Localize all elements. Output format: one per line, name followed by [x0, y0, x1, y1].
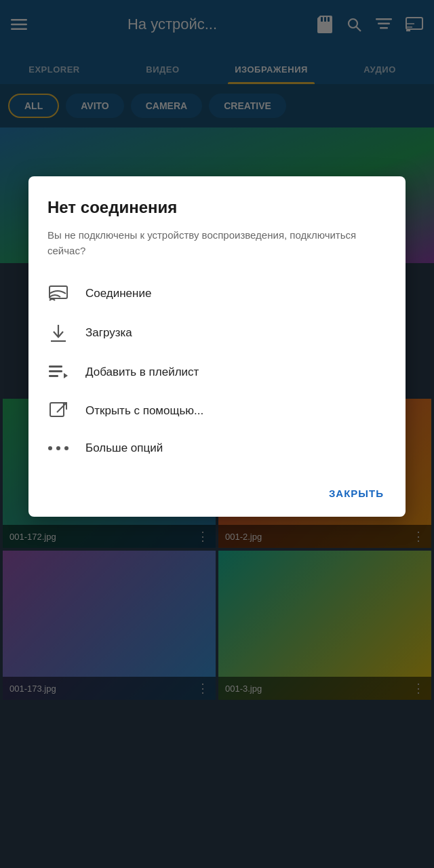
playlist-menu-icon [47, 364, 69, 380]
menu-item-open-with[interactable]: Открыть с помощью... [47, 391, 387, 431]
menu-label-more: Больше опций [85, 441, 163, 455]
svg-line-23 [57, 403, 66, 412]
menu-item-download[interactable]: Загрузка [47, 313, 387, 353]
cast-menu-icon [47, 285, 69, 302]
dialog-title: Нет соединения [47, 198, 387, 217]
svg-rect-18 [49, 366, 62, 368]
no-connection-dialog: Нет соединения Вы не подключены к устрой… [28, 176, 406, 517]
dialog-actions: ЗАКРЫТЬ [47, 471, 387, 505]
svg-rect-19 [49, 370, 62, 372]
dialog-subtitle: Вы не подключены к устройству воспроизве… [47, 228, 387, 258]
more-menu-icon [47, 446, 69, 451]
menu-item-playlist[interactable]: Добавить в плейлист [47, 353, 387, 391]
svg-point-26 [64, 446, 68, 450]
menu-item-more[interactable]: Больше опций [47, 431, 387, 466]
svg-rect-20 [49, 375, 58, 377]
svg-point-24 [48, 446, 52, 450]
svg-rect-22 [50, 403, 64, 416]
menu-label-open-with: Открыть с помощью... [85, 404, 203, 418]
menu-label-download: Загрузка [85, 326, 132, 340]
download-menu-icon [47, 323, 69, 342]
dialog-close-button[interactable]: ЗАКРЫТЬ [326, 482, 387, 505]
menu-item-connection[interactable]: Соединение [47, 275, 387, 313]
svg-point-25 [56, 446, 60, 450]
svg-marker-21 [64, 373, 68, 378]
open-external-menu-icon [47, 402, 69, 420]
menu-label-playlist: Добавить в плейлист [85, 366, 199, 379]
menu-label-connection: Соединение [85, 287, 151, 300]
